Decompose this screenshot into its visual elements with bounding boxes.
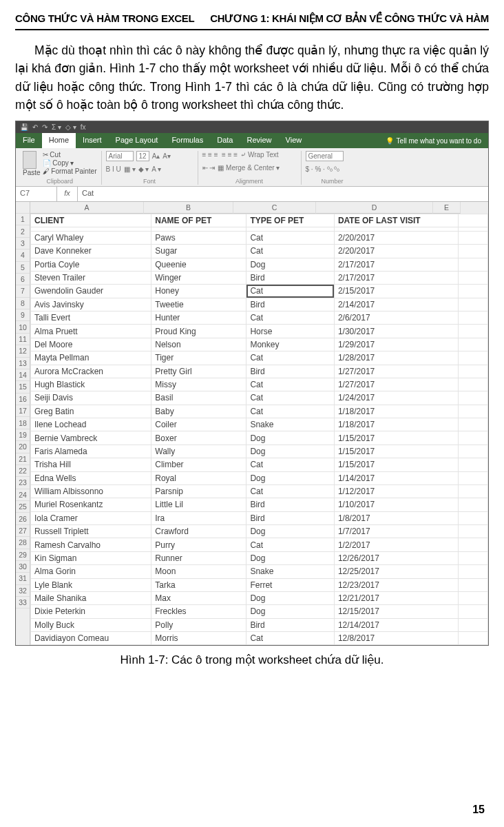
cell[interactable]: Portia Coyle xyxy=(31,258,151,271)
cell[interactable]: Purry xyxy=(151,538,246,551)
row-number[interactable]: 15 xyxy=(16,381,30,393)
cell[interactable]: Little Lil xyxy=(151,498,246,511)
cell[interactable]: Cat xyxy=(246,405,334,418)
tab-review[interactable]: Review xyxy=(240,133,278,148)
cell[interactable]: Winger xyxy=(151,271,246,284)
row-number[interactable]: 18 xyxy=(16,417,30,429)
cell[interactable]: Boxer xyxy=(151,431,246,445)
cell[interactable] xyxy=(459,271,488,284)
cell[interactable]: Muriel Rosenkantz xyxy=(31,498,151,511)
cell[interactable]: Molly Buck xyxy=(31,618,151,631)
cell[interactable]: Cat xyxy=(246,538,334,551)
row-number[interactable]: 2 xyxy=(16,225,30,237)
cell[interactable]: Baby xyxy=(151,405,246,418)
cell[interactable]: 2/17/2017 xyxy=(334,258,459,271)
row-number[interactable]: 24 xyxy=(16,489,30,501)
row-number[interactable]: 30 xyxy=(16,561,30,573)
cell[interactable]: Ferret xyxy=(246,578,334,591)
cell[interactable]: Snake xyxy=(246,565,334,578)
wrap-text-button[interactable]: ⤶ Wrap Text xyxy=(240,151,278,159)
cell[interactable]: Bird xyxy=(246,511,334,524)
table-header-cell[interactable]: TYPE OF PET xyxy=(246,214,334,227)
cell[interactable] xyxy=(459,391,488,405)
cell[interactable]: 12/14/2017 xyxy=(334,618,459,631)
number-symbols[interactable]: $ · % · ⁰₀ ⁰₀ xyxy=(306,165,340,173)
row-number[interactable]: 25 xyxy=(16,501,30,513)
cell[interactable]: 1/12/2017 xyxy=(334,484,459,498)
copy-button[interactable]: 📄 Copy ▾ xyxy=(43,159,97,167)
cell[interactable]: Missy xyxy=(151,378,246,391)
cell[interactable]: Morris xyxy=(151,632,246,645)
cell[interactable] xyxy=(459,445,488,458)
cell[interactable]: Moon xyxy=(151,565,246,578)
cell[interactable]: 1/27/2017 xyxy=(334,365,459,378)
cell[interactable]: Mayta Pellman xyxy=(31,351,151,365)
cell[interactable]: Ramesh Carvalho xyxy=(31,538,151,551)
cell[interactable]: Tiger xyxy=(151,351,246,365)
row-number[interactable]: 31 xyxy=(16,573,30,584)
row-number[interactable]: 29 xyxy=(16,549,30,561)
cell[interactable]: 2/20/2017 xyxy=(334,231,459,244)
row-number[interactable]: 28 xyxy=(16,537,30,549)
cell[interactable]: 1/18/2017 xyxy=(334,405,459,418)
cell[interactable]: Coiler xyxy=(151,418,246,431)
cell[interactable]: Monkey xyxy=(246,338,334,351)
fill-icon[interactable]: ◆ ▾ xyxy=(138,165,149,173)
cell[interactable]: Dog xyxy=(246,445,334,458)
col-header-A[interactable]: A xyxy=(30,202,144,214)
cell[interactable]: Hunter xyxy=(151,312,246,325)
tab-page-layout[interactable]: Page Layout xyxy=(109,133,165,148)
row-number[interactable]: 32 xyxy=(16,585,30,597)
cell[interactable] xyxy=(459,378,488,391)
cell[interactable]: Horse xyxy=(246,325,334,338)
cell[interactable]: Queenie xyxy=(151,258,246,271)
cell[interactable]: Polly xyxy=(151,618,246,631)
col-header-C[interactable]: C xyxy=(233,202,316,214)
cell[interactable]: 2/20/2017 xyxy=(334,245,459,258)
cell[interactable]: Dog xyxy=(246,258,334,271)
cell[interactable]: 2/6/2017 xyxy=(334,312,459,325)
cell[interactable]: 1/10/2017 xyxy=(334,498,459,511)
cell[interactable]: Bird xyxy=(246,298,334,311)
cell[interactable]: Honey xyxy=(151,285,246,298)
table-header-cell[interactable] xyxy=(459,214,488,227)
cell[interactable]: 1/28/2017 xyxy=(334,351,459,365)
format-painter-button[interactable]: 🖌 Format Painter xyxy=(43,167,97,175)
cell[interactable]: Cat xyxy=(246,458,334,471)
cell[interactable]: Cat xyxy=(246,391,334,405)
align-icons[interactable]: ≡ ≡ ≡ ≡ ≡ ≡ xyxy=(202,151,238,159)
cell[interactable]: Basil xyxy=(151,391,246,405)
tab-home[interactable]: Home xyxy=(42,133,76,148)
cell[interactable] xyxy=(459,632,488,645)
cell[interactable] xyxy=(459,298,488,311)
cell[interactable]: Nelson xyxy=(151,338,246,351)
name-box[interactable]: C7 xyxy=(16,187,57,201)
cell[interactable]: Hugh Blastick xyxy=(31,378,151,391)
row-number[interactable]: 20 xyxy=(16,441,30,453)
cell[interactable] xyxy=(459,405,488,418)
font-shrink-icon[interactable]: A▾ xyxy=(162,152,171,160)
cell[interactable]: 1/15/2017 xyxy=(334,445,459,458)
cell[interactable] xyxy=(459,578,488,591)
cell[interactable]: Runner xyxy=(151,551,246,564)
row-number[interactable]: 22 xyxy=(16,465,30,477)
cell[interactable]: Cat xyxy=(246,351,334,365)
cell[interactable]: Seiji Davis xyxy=(31,391,151,405)
select-all-corner[interactable] xyxy=(16,202,30,214)
cell[interactable]: 12/23/2017 xyxy=(334,578,459,591)
cell[interactable]: Dog xyxy=(246,471,334,484)
row-number[interactable]: 13 xyxy=(16,358,30,369)
row-number[interactable]: 9 xyxy=(16,309,30,321)
row-number[interactable]: 33 xyxy=(16,597,30,609)
cell[interactable]: Cat xyxy=(246,312,334,325)
table-header-cell[interactable]: NAME OF PET xyxy=(151,214,246,227)
cell[interactable]: Edna Wells xyxy=(31,471,151,484)
cell[interactable] xyxy=(459,325,488,338)
cell[interactable]: Trisha Hill xyxy=(31,458,151,471)
cell[interactable]: Bird xyxy=(246,365,334,378)
tab-data[interactable]: Data xyxy=(210,133,240,148)
cell[interactable]: Dixie Peterkin xyxy=(31,605,151,618)
row-number[interactable]: 14 xyxy=(16,369,30,381)
cell[interactable]: Aurora McCracken xyxy=(31,365,151,378)
cell[interactable]: Dave Konneker xyxy=(31,245,151,258)
